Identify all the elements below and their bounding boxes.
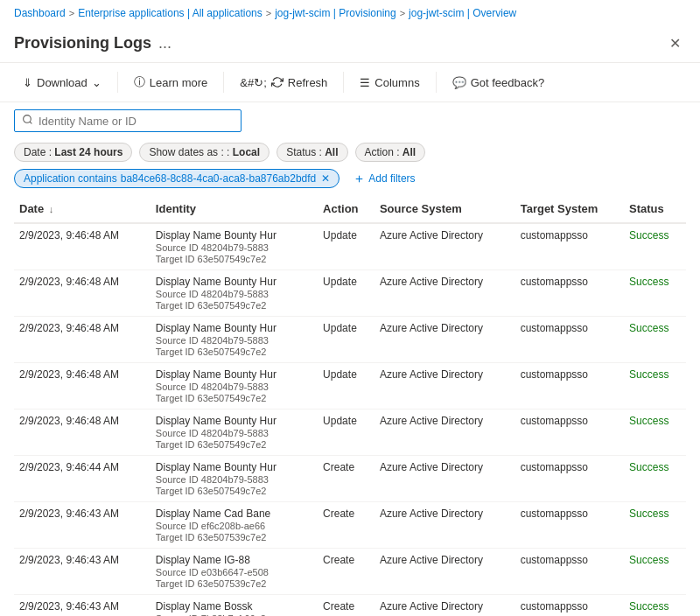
download-label: Download <box>37 76 88 89</box>
table-header-row: Date ↓ Identity Action Source System Tar… <box>14 195 686 223</box>
cell-source-system-1: Azure Active Directory <box>374 270 515 317</box>
cell-identity-0: Display Name Bounty Hur Source ID 48204b… <box>150 223 318 270</box>
provisioning-logs-table: Date ↓ Identity Action Source System Tar… <box>14 195 686 616</box>
cell-status-2: Success <box>624 317 686 363</box>
cell-action-3: Update <box>318 363 374 410</box>
cell-action-4: Update <box>318 410 374 456</box>
cell-date-2: 2/9/2023, 9:46:48 AM <box>14 317 150 363</box>
cell-date-4: 2/9/2023, 9:46:48 AM <box>14 410 150 456</box>
cell-status-8: Success <box>624 595 686 617</box>
cell-date-8: 2/9/2023, 9:46:43 AM <box>14 595 150 617</box>
cell-action-7: Create <box>318 549 374 595</box>
cell-target-system-6: customappsso <box>515 502 624 549</box>
cell-source-system-8: Azure Active Directory <box>374 595 515 617</box>
app-filter-chip[interactable]: Application contains ba84ce68-8c88-4ca0-… <box>14 169 340 188</box>
cell-date-5: 2/9/2023, 9:46:44 AM <box>14 456 150 502</box>
breadcrumb-provisioning[interactable]: jog-jwt-scim | Provisioning <box>275 7 396 19</box>
table-row[interactable]: 2/9/2023, 9:46:43 AM Display Name IG-88 … <box>14 549 686 595</box>
cell-action-5: Create <box>318 456 374 502</box>
close-button[interactable]: ✕ <box>664 32 686 55</box>
svg-line-1 <box>30 122 32 123</box>
cell-target-system-0: customappsso <box>515 223 624 270</box>
table-row[interactable]: 2/9/2023, 9:46:43 AM Display Name Bossk … <box>14 595 686 617</box>
table-row[interactable]: 2/9/2023, 9:46:48 AM Display Name Bounty… <box>14 317 686 363</box>
add-filter-icon <box>354 173 365 185</box>
cell-source-system-0: Azure Active Directory <box>374 223 515 270</box>
download-icon: ⇓ <box>23 76 32 89</box>
cell-target-system-5: customappsso <box>515 456 624 502</box>
cell-identity-3: Display Name Bounty Hur Source ID 48204b… <box>150 363 318 410</box>
cell-source-system-3: Azure Active Directory <box>374 363 515 410</box>
app-filter-value: ba84ce68-8c88-4ca0-aca8-ba876ab2bdfd <box>121 172 317 185</box>
cell-status-4: Success <box>624 410 686 456</box>
cell-status-5: Success <box>624 456 686 502</box>
search-input-wrap <box>14 109 242 132</box>
divider-1 <box>117 72 118 93</box>
add-filter-button[interactable]: Add filters <box>346 170 422 187</box>
cell-identity-4: Display Name Bounty Hur Source ID 48204b… <box>150 410 318 456</box>
table-row[interactable]: 2/9/2023, 9:46:44 AM Display Name Bounty… <box>14 456 686 502</box>
breadcrumb-overview[interactable]: jog-jwt-scim | Overview <box>409 7 516 19</box>
cell-status-0: Success <box>624 223 686 270</box>
columns-button[interactable]: ☰ Columns <box>351 72 428 94</box>
divider-3 <box>343 72 344 93</box>
cell-source-system-5: Azure Active Directory <box>374 456 515 502</box>
col-status[interactable]: Status <box>624 195 686 223</box>
cell-action-6: Create <box>318 502 374 549</box>
cell-target-system-8: customappsso <box>515 595 624 617</box>
cell-target-system-7: customappsso <box>515 549 624 595</box>
col-action[interactable]: Action <box>318 195 374 223</box>
breadcrumb-dashboard[interactable]: Dashboard <box>14 7 66 19</box>
cell-source-system-7: Azure Active Directory <box>374 549 515 595</box>
filters-row: Date : Last 24 hours Show dates as : : L… <box>0 139 700 169</box>
divider-4 <box>436 72 437 93</box>
status-filter-chip[interactable]: Status : All <box>276 143 347 162</box>
info-icon: ⓘ <box>134 74 145 90</box>
refresh-svg-icon <box>271 76 284 88</box>
cell-status-7: Success <box>624 549 686 595</box>
app-filter-close-icon[interactable]: ✕ <box>321 172 330 185</box>
svg-point-0 <box>24 116 32 123</box>
add-filter-label: Add filters <box>368 172 415 185</box>
download-button[interactable]: ⇓ Download ⌄ <box>14 72 110 94</box>
date-filter-chip[interactable]: Date : Last 24 hours <box>14 143 132 162</box>
search-bar <box>0 102 700 139</box>
columns-label: Columns <box>374 76 419 89</box>
cell-identity-8: Display Name Bossk Source ID 7b83b7af-66… <box>150 595 318 617</box>
show-dates-filter-chip[interactable]: Show dates as : : Local <box>139 143 270 162</box>
table-row[interactable]: 2/9/2023, 9:46:48 AM Display Name Bounty… <box>14 363 686 410</box>
app-filter-row: Application contains ba84ce68-8c88-4ca0-… <box>0 169 700 195</box>
cell-date-0: 2/9/2023, 9:46:48 AM <box>14 223 150 270</box>
refresh-button[interactable]: &#↻; Refresh <box>231 72 336 94</box>
table-row[interactable]: 2/9/2023, 9:46:48 AM Display Name Bounty… <box>14 223 686 270</box>
app-filter-label: Application contains <box>24 172 117 185</box>
learn-more-button[interactable]: ⓘ Learn more <box>125 70 216 94</box>
panel-header: Provisioning Logs ... ✕ <box>0 26 700 63</box>
cell-identity-7: Display Name IG-88 Source ID e03b6647-e5… <box>150 549 318 595</box>
cell-date-7: 2/9/2023, 9:46:43 AM <box>14 549 150 595</box>
cell-identity-2: Display Name Bounty Hur Source ID 48204b… <box>150 317 318 363</box>
breadcrumb-enterprise-apps[interactable]: Enterprise applications | All applicatio… <box>78 7 262 19</box>
col-date[interactable]: Date ↓ <box>14 195 150 223</box>
cell-target-system-3: customappsso <box>515 363 624 410</box>
action-filter-chip[interactable]: Action : All <box>355 143 426 162</box>
col-target-system[interactable]: Target System <box>515 195 624 223</box>
cell-source-system-2: Azure Active Directory <box>374 317 515 363</box>
table-row[interactable]: 2/9/2023, 9:46:43 AM Display Name Cad Ba… <box>14 502 686 549</box>
table-row[interactable]: 2/9/2023, 9:46:48 AM Display Name Bounty… <box>14 270 686 317</box>
col-identity[interactable]: Identity <box>150 195 318 223</box>
breadcrumb: Dashboard > Enterprise applications | Al… <box>0 0 700 26</box>
refresh-label: Refresh <box>288 76 328 89</box>
action-filter-label: Action : All <box>365 146 416 158</box>
feedback-button[interactable]: 💬 Got feedback? <box>444 72 554 94</box>
table-row[interactable]: 2/9/2023, 9:46:48 AM Display Name Bounty… <box>14 410 686 456</box>
download-chevron-icon: ⌄ <box>92 76 102 89</box>
cell-identity-5: Display Name Bounty Hur Source ID 48204b… <box>150 456 318 502</box>
col-source-system[interactable]: Source System <box>374 195 515 223</box>
more-options-icon[interactable]: ... <box>158 34 172 52</box>
cell-date-6: 2/9/2023, 9:46:43 AM <box>14 502 150 549</box>
status-filter-label: Status : All <box>286 146 338 158</box>
learn-more-label: Learn more <box>150 76 207 89</box>
search-input[interactable] <box>38 115 234 128</box>
cell-date-3: 2/9/2023, 9:46:48 AM <box>14 363 150 410</box>
